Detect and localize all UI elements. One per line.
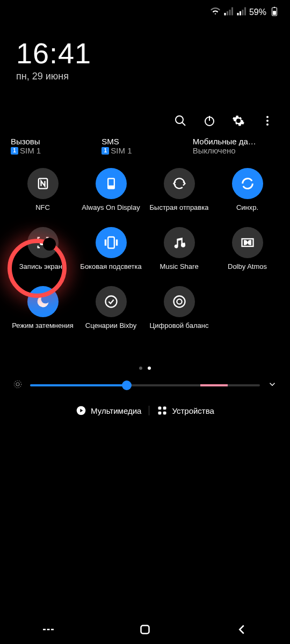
mobiledata-title: Мобильные да… — [193, 137, 279, 146]
tile-quickshare[interactable]: Быстрая отправка — [147, 168, 211, 221]
pager-dot-1 — [148, 367, 151, 370]
svg-point-18 — [105, 296, 117, 308]
svg-point-8 — [266, 120, 269, 122]
battery-text: 59% — [249, 8, 266, 17]
svg-rect-26 — [163, 407, 166, 410]
nav-bar — [0, 615, 290, 644]
tile-musicshare[interactable]: Music Share — [147, 227, 211, 280]
dolby-icon — [232, 227, 263, 258]
svg-rect-12 — [108, 179, 113, 186]
mobiledata-sub: Выключено — [193, 146, 236, 155]
aod-icon — [96, 168, 127, 199]
svg-rect-14 — [108, 237, 114, 248]
svg-point-9 — [266, 123, 269, 126]
brightness-expand-icon[interactable] — [267, 379, 277, 391]
calls-title: Вызовы — [11, 137, 97, 146]
sim1-badge: 1 — [102, 147, 109, 155]
signal-1-icon — [223, 6, 233, 18]
tile-label: Боковая подсветка — [80, 262, 141, 280]
home-button[interactable] — [137, 621, 153, 638]
tile-label: NFC — [35, 203, 50, 221]
svg-point-3 — [176, 116, 183, 123]
media-button[interactable]: Мультимедиа — [76, 405, 141, 416]
svg-point-22 — [14, 380, 21, 388]
svg-point-21 — [16, 383, 19, 386]
tile-screenrec[interactable]: Запись экрана — [11, 227, 75, 280]
brightness-thumb[interactable] — [122, 380, 132, 390]
pager-dot-0 — [139, 367, 142, 370]
power-icon[interactable] — [203, 114, 216, 127]
tile-label: Синхр. — [236, 203, 258, 221]
wellbeing-icon — [164, 286, 195, 317]
clock-time: 16:41 — [16, 36, 274, 70]
sync-icon — [232, 168, 263, 199]
svg-rect-13 — [40, 241, 45, 245]
musicshare-icon — [164, 227, 195, 258]
tile-bixby[interactable]: Сценарии Bixby — [79, 286, 143, 339]
bottom-controls: Мультимедиа Устройства — [0, 396, 290, 421]
tile-wellbeing[interactable]: Цифровой баланс — [147, 286, 211, 339]
brightness-low-icon — [13, 379, 23, 391]
devices-label: Устройства — [172, 406, 214, 415]
battery-icon — [270, 6, 279, 18]
panel-actions — [0, 87, 290, 137]
tile-nfc[interactable]: NFC — [11, 168, 75, 221]
quickshare-icon — [164, 168, 195, 199]
svg-rect-28 — [163, 412, 166, 415]
tile-label: Сценарии Bixby — [85, 321, 136, 339]
edgelight-icon — [96, 227, 127, 258]
sim1-badge: 1 — [11, 147, 18, 155]
status-bar: 59% — [0, 0, 290, 20]
screenrec-icon — [27, 227, 59, 258]
tile-label: Запись экрана — [19, 262, 66, 280]
svg-rect-2 — [274, 7, 276, 8]
tile-label: Always On Display — [82, 203, 140, 221]
more-icon[interactable] — [261, 114, 274, 127]
signal-2-icon — [236, 6, 246, 18]
calls-sub: SIM 1 — [20, 146, 41, 155]
separator — [149, 406, 149, 415]
sms-column[interactable]: SMS 1SIM 1 — [102, 137, 188, 155]
svg-rect-27 — [158, 412, 162, 415]
tile-sync[interactable]: Синхр. — [215, 168, 279, 221]
calls-column[interactable]: Вызовы 1SIM 1 — [11, 137, 97, 155]
tile-label: Режим затемнения — [12, 321, 73, 339]
clock-date: пн, 29 июня — [16, 71, 274, 82]
brightness-extra-range — [200, 384, 228, 386]
dark-icon — [27, 286, 59, 317]
tile-aod[interactable]: Always On Display — [79, 168, 143, 221]
svg-rect-32 — [141, 626, 149, 634]
svg-point-19 — [173, 296, 185, 308]
back-button[interactable] — [234, 621, 250, 638]
tile-label: Dolby Atmos — [228, 262, 267, 280]
brightness-slider[interactable] — [30, 384, 260, 386]
svg-rect-25 — [158, 407, 162, 410]
wifi-icon — [211, 6, 220, 18]
connectivity-row: Вызовы 1SIM 1 SMS 1SIM 1 Мобильные да… В… — [0, 137, 290, 162]
clock-block: 16:41 пн, 29 июня — [0, 20, 290, 87]
tile-edgelight[interactable]: Боковая подсветка — [79, 227, 143, 280]
sms-title: SMS — [102, 137, 188, 146]
quick-tiles: NFCAlways On DisplayБыстрая отправкаСинх… — [0, 162, 290, 345]
page-indicator[interactable] — [0, 345, 290, 376]
brightness-fill — [30, 384, 127, 386]
devices-button[interactable]: Устройства — [157, 405, 214, 416]
recents-button[interactable] — [40, 621, 56, 638]
mobiledata-column[interactable]: Мобильные да… Выключено — [193, 137, 279, 155]
svg-rect-1 — [273, 11, 276, 15]
svg-point-7 — [266, 116, 269, 118]
search-icon[interactable] — [174, 114, 187, 127]
tile-label: Music Share — [160, 262, 198, 280]
sms-sub: SIM 1 — [111, 146, 132, 155]
svg-line-4 — [182, 122, 185, 126]
settings-icon[interactable] — [232, 114, 245, 127]
svg-point-16 — [184, 243, 185, 244]
tile-label: Цифровой баланс — [150, 321, 209, 339]
tile-dolby[interactable]: Dolby Atmos — [215, 227, 279, 280]
bixby-icon — [96, 286, 127, 317]
tile-label: Быстрая отправка — [150, 203, 209, 221]
svg-point-20 — [177, 299, 182, 304]
media-label: Мультимедиа — [91, 406, 141, 415]
brightness-row — [0, 376, 290, 396]
tile-dark[interactable]: Режим затемнения — [11, 286, 75, 339]
